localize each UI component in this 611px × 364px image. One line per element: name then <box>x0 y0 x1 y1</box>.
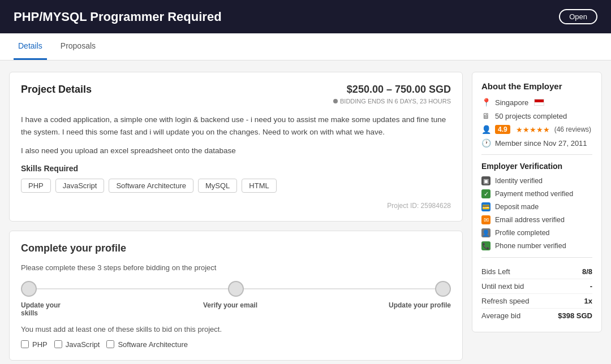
open-status-button[interactable]: Open <box>559 9 597 24</box>
skill-javascript[interactable]: JavaScript <box>55 179 105 193</box>
email-icon: ✉ <box>481 215 490 224</box>
verify-profile-label: Profile completed <box>495 229 550 237</box>
employer-location: Singapore <box>495 98 528 107</box>
verify-profile-row: 👤 Profile completed <box>481 228 592 237</box>
steps-labels: Update your skills Verify your email Upd… <box>21 301 451 317</box>
employer-card: About the Employer 📍 Singapore 🖥 50 proj… <box>472 72 602 332</box>
complete-profile-title: Complete your profile <box>21 242 451 254</box>
step-label-1: Update your skills <box>21 301 78 317</box>
step-circle-1 <box>21 281 37 297</box>
step-line-2 <box>244 288 435 289</box>
checkbox-javascript-input[interactable] <box>54 340 62 348</box>
checkbox-php-input[interactable] <box>21 340 29 348</box>
bid-skills-description: You must add at least one of these skill… <box>21 325 451 333</box>
employer-location-row: 📍 Singapore <box>481 98 592 107</box>
step-label-3: Update your profile <box>383 301 451 317</box>
star-icons: ★★★★★ <box>516 125 550 134</box>
verify-payment-row: ✓ Payment method verified <box>481 189 592 198</box>
projects-completed-row: 🖥 50 projects completed <box>481 111 592 120</box>
bidding-ends: BIDDING ENDS IN 6 DAYS, 23 HOURS <box>333 98 451 105</box>
clock-icon: 🕐 <box>481 138 490 148</box>
project-id: Project ID: 25984628 <box>21 202 451 210</box>
project-description-1: I have a coded application, a simple one… <box>21 114 451 138</box>
person-icon: 👤 <box>481 125 490 134</box>
right-column: About the Employer 📍 Singapore 🖥 50 proj… <box>472 72 602 361</box>
checkbox-software-architecture-input[interactable] <box>106 340 114 348</box>
project-description-2: I also need you upload an excel spreadsh… <box>21 145 451 157</box>
checkbox-software-architecture[interactable]: Software Architecture <box>106 340 188 349</box>
bids-left-label: Bids Left <box>481 267 510 276</box>
skill-php[interactable]: PHP <box>21 179 51 193</box>
checkbox-software-architecture-label: Software Architecture <box>118 340 188 349</box>
verify-phone-row: 📞 Phone number verified <box>481 241 592 250</box>
bids-left-row: Bids Left 8/8 <box>481 265 592 279</box>
checkbox-javascript[interactable]: JavaScript <box>54 340 100 349</box>
project-details-card: Project Details $250.00 – 750.00 SGD BID… <box>9 72 463 222</box>
verify-deposit-row: 💳 Deposit made <box>481 202 592 211</box>
average-bid-row: Average bid $398 SGD <box>481 309 592 323</box>
step-circle-3 <box>435 281 451 297</box>
until-next-bid-value: - <box>590 282 592 291</box>
checkbox-javascript-label: JavaScript <box>66 340 100 349</box>
deposit-icon: 💳 <box>481 202 490 211</box>
refresh-speed-row: Refresh speed 1x <box>481 294 592 309</box>
verify-identity-label: Identity verified <box>495 177 543 185</box>
bids-left-value: 8/8 <box>582 267 592 276</box>
phone-icon: 📞 <box>481 241 490 250</box>
member-since-row: 🕐 Member since Nov 27, 2011 <box>481 138 592 148</box>
until-next-bid-row: Until next bid - <box>481 279 592 294</box>
bids-section: Bids Left 8/8 Until next bid - Refresh s… <box>481 265 592 323</box>
page-title: PHP/MYSQL Programmer Required <box>14 10 222 24</box>
price-range: $250.00 – 750.00 SGD <box>333 84 451 96</box>
step-circle-2 <box>228 281 244 297</box>
verify-phone-label: Phone number verified <box>495 242 566 250</box>
singapore-flag-icon <box>534 99 544 106</box>
tab-proposals[interactable]: Proposals <box>56 33 100 60</box>
rating-badge: 4.9 <box>495 125 510 134</box>
left-column: Project Details $250.00 – 750.00 SGD BID… <box>9 72 463 361</box>
average-bid-value: $398 SGD <box>558 311 592 320</box>
about-employer-title: About the Employer <box>481 81 592 91</box>
verify-deposit-label: Deposit made <box>495 203 539 211</box>
verify-email-label: Email address verified <box>495 216 565 224</box>
location-icon: 📍 <box>481 98 490 107</box>
step-line-1 <box>37 288 228 289</box>
skill-mysql[interactable]: MySQL <box>198 179 237 193</box>
member-since: Member since Nov 27, 2011 <box>495 139 587 148</box>
skill-checkboxes: PHP JavaScript Software Architecture <box>21 340 451 349</box>
reviews-count: (46 reviews) <box>554 125 591 133</box>
skills-section: Skills Required PHP JavaScript Software … <box>21 164 451 193</box>
steps-description: Please complete these 3 steps before bid… <box>21 263 451 272</box>
verification-title: Employer Verification <box>481 162 592 171</box>
briefcase-icon: 🖥 <box>481 111 490 120</box>
skill-software-architecture[interactable]: Software Architecture <box>109 179 193 193</box>
skills-list: PHP JavaScript Software Architecture MyS… <box>21 179 451 193</box>
rating-row: 👤 4.9 ★★★★★ (46 reviews) <box>481 125 592 134</box>
price-section: $250.00 – 750.00 SGD BIDDING ENDS IN 6 D… <box>333 84 451 105</box>
verify-payment-label: Payment method verified <box>495 190 573 198</box>
project-details-title: Project Details <box>21 84 92 96</box>
tab-details[interactable]: Details <box>14 33 47 60</box>
until-next-bid-label: Until next bid <box>481 282 524 291</box>
main-content: Project Details $250.00 – 750.00 SGD BID… <box>0 60 611 364</box>
profile-icon: 👤 <box>481 228 490 237</box>
project-header: Project Details $250.00 – 750.00 SGD BID… <box>21 84 451 105</box>
tab-bar: Details Proposals <box>0 33 611 60</box>
steps-track <box>21 281 451 297</box>
refresh-speed-label: Refresh speed <box>481 297 530 305</box>
checkbox-php-label: PHP <box>32 340 48 349</box>
verify-email-row: ✉ Email address verified <box>481 215 592 224</box>
skill-html[interactable]: HTML <box>242 179 276 193</box>
average-bid-label: Average bid <box>481 311 520 320</box>
divider <box>481 154 592 155</box>
checkbox-php[interactable]: PHP <box>21 340 48 349</box>
projects-completed: 50 projects completed <box>495 112 567 120</box>
identity-icon: ▣ <box>481 176 490 185</box>
refresh-speed-value: 1x <box>584 297 592 305</box>
complete-profile-card: Complete your profile Please complete th… <box>9 231 463 361</box>
skills-title: Skills Required <box>21 164 451 173</box>
payment-icon: ✓ <box>481 189 490 198</box>
header: PHP/MYSQL Programmer Required Open <box>0 0 611 33</box>
verify-identity-row: ▣ Identity verified <box>481 176 592 185</box>
divider-2 <box>481 257 592 258</box>
